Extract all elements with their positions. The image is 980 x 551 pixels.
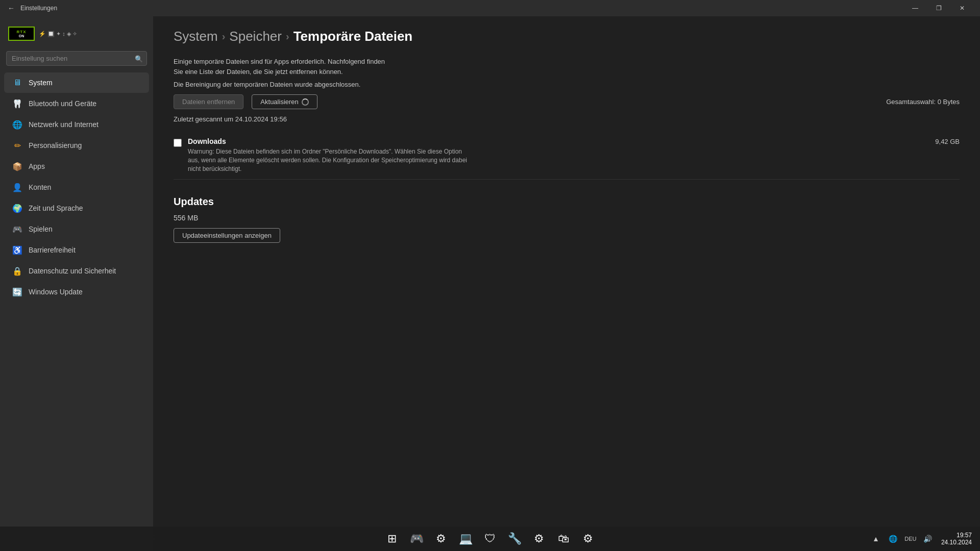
update-size: 556 MB: [174, 214, 960, 222]
search-icon[interactable]: 🔍: [135, 55, 143, 62]
nav-icon-network: 🌐: [12, 119, 22, 130]
sidebar-item-accounts[interactable]: 👤 Konten: [4, 177, 149, 197]
breadcrumb-storage[interactable]: Speicher: [229, 29, 282, 44]
breadcrumb-sep-1: ›: [222, 31, 226, 42]
total-selection: Gesamtauswahl: 0 Bytes: [886, 98, 960, 106]
sidebar-item-time[interactable]: 🌍 Zeit und Sprache: [4, 198, 149, 218]
file-name-0: Downloads: [188, 137, 226, 145]
nav-icon-bluetooth: 🦷: [12, 98, 22, 109]
system-tray: ▲ 🌐 DEU 🔊 19:57 24.10.2024: [868, 528, 976, 550]
refresh-spinner-icon: [302, 98, 309, 106]
sidebar-item-bluetooth[interactable]: 🦷 Bluetooth und Geräte: [4, 93, 149, 114]
breadcrumb: System › Speicher › Temporäre Dateien: [174, 29, 960, 44]
taskbar-icon-xbox[interactable]: 🎮: [405, 528, 428, 550]
nav-items-container: 🖥 System 🦷 Bluetooth und Geräte 🌐 Netzwe…: [0, 72, 153, 303]
nav-label-time: Zeit und Sprache: [29, 204, 83, 212]
nav-icon-accessibility: ♿: [12, 245, 22, 255]
nav-icon-time: 🌍: [12, 203, 22, 213]
description: Einige temporäre Dateien sind für Apps e…: [174, 57, 480, 77]
app-container: RTX ON ⚡ 🔲 ✦ ↕ ◈ ✧ 🔍 🖥 System 🦷 Bluetoot…: [0, 16, 980, 551]
nav-label-winupdate: Windows Update: [29, 288, 83, 296]
file-info-0: Downloads 9,42 GB Warnung: Diese Dateien…: [188, 137, 960, 173]
updates-section-title: Updates: [174, 196, 960, 208]
taskbar-center: ⊞🎮⚙💻🛡🔧⚙🛍⚙: [381, 528, 599, 550]
sidebar-item-accessibility[interactable]: ♿ Barrierefreiheit: [4, 240, 149, 260]
rtx-label: ⚡ 🔲 ✦ ↕ ◈ ✧: [39, 31, 77, 37]
breadcrumb-system[interactable]: System: [174, 29, 218, 44]
file-size-0: 9,42 GB: [935, 138, 960, 145]
file-checkbox-0[interactable]: [174, 139, 182, 147]
close-button[interactable]: ✕: [950, 0, 974, 16]
file-description-0: Warnung: Diese Dateien befinden sich im …: [188, 147, 474, 173]
main-content: System › Speicher › Temporäre Dateien Ei…: [153, 16, 980, 551]
taskbar: ⊞🎮⚙💻🛡🔧⚙🛍⚙ ▲ 🌐 DEU 🔊 19:57 24.10.2024: [0, 527, 980, 551]
taskbar-icon-start[interactable]: ⊞: [381, 528, 403, 550]
breadcrumb-sep-2: ›: [286, 31, 289, 42]
last-scanned: Zuletzt gescannt um 24.10.2024 19:56: [174, 115, 960, 123]
sidebar-item-personalization[interactable]: ✏ Personalisierung: [4, 135, 149, 156]
window-title: Einstellungen: [20, 5, 903, 12]
tray-expand-icon[interactable]: ▲: [868, 528, 884, 550]
nav-label-apps: Apps: [29, 162, 45, 170]
refresh-button[interactable]: Aktualisieren: [252, 94, 317, 109]
clock-date: 24.10.2024: [941, 539, 972, 546]
search-input[interactable]: [6, 51, 147, 66]
nav-label-gaming: Spielen: [29, 225, 53, 233]
sidebar-item-system[interactable]: 🖥 System: [4, 72, 149, 93]
nav-label-accessibility: Barrierefreiheit: [29, 246, 76, 254]
action-row: Dateien entfernen Aktualisieren Gesamtau…: [174, 94, 960, 109]
description-line2: Sie eine Liste der Dateien, die Sie jetz…: [174, 68, 343, 76]
file-name-row-0: Downloads 9,42 GB: [188, 137, 960, 145]
taskbar-icon-store[interactable]: 🛍: [552, 528, 575, 550]
sidebar-item-winupdate[interactable]: 🔄 Windows Update: [4, 282, 149, 302]
restore-button[interactable]: ❐: [927, 0, 950, 16]
file-entries: Downloads 9,42 GB Warnung: Diese Dateien…: [174, 131, 960, 180]
nav-icon-privacy: 🔒: [12, 266, 22, 276]
taskbar-icon-tools2[interactable]: ⚙: [528, 528, 550, 550]
nav-icon-apps: 📦: [12, 161, 22, 171]
nav-icon-winupdate: 🔄: [12, 287, 22, 297]
nav-icon-personalization: ✏: [12, 140, 22, 151]
search-box: 🔍: [6, 51, 147, 66]
clock[interactable]: 19:57 24.10.2024: [937, 532, 976, 546]
breadcrumb-temp: Temporäre Dateien: [293, 29, 413, 44]
taskbar-icon-settings[interactable]: ⚙: [430, 528, 452, 550]
back-button[interactable]: ←: [6, 3, 16, 13]
taskbar-icon-security[interactable]: 🛡: [479, 528, 501, 550]
description-line1: Einige temporäre Dateien sind für Apps e…: [174, 58, 385, 65]
nav-label-personalization: Personalisierung: [29, 141, 82, 149]
nav-label-accounts: Konten: [29, 183, 51, 191]
file-entry: Downloads 9,42 GB Warnung: Diese Dateien…: [174, 131, 960, 180]
nav-label-network: Netzwerk und Internet: [29, 120, 99, 129]
nav-label-privacy: Datenschutz und Sicherheit: [29, 267, 116, 275]
nav-label-bluetooth: Bluetooth und Geräte: [29, 99, 96, 108]
status-text: Die Bereinigung der temporären Dateien w…: [174, 81, 960, 88]
window-controls: — ❐ ✕: [903, 0, 974, 16]
tray-lang-icon[interactable]: DEU: [902, 528, 919, 550]
nav-icon-gaming: 🎮: [12, 224, 22, 234]
clock-time: 19:57: [957, 532, 972, 539]
remove-files-button[interactable]: Dateien entfernen: [174, 94, 243, 109]
sidebar-item-apps[interactable]: 📦 Apps: [4, 156, 149, 177]
sidebar-item-network[interactable]: 🌐 Netzwerk und Internet: [4, 114, 149, 135]
nav-icon-accounts: 👤: [12, 182, 22, 192]
minimize-button[interactable]: —: [903, 0, 927, 16]
taskbar-icon-settings3[interactable]: ⚙: [577, 528, 599, 550]
nav-label-system: System: [29, 79, 53, 87]
sidebar-item-gaming[interactable]: 🎮 Spielen: [4, 219, 149, 239]
title-bar: ← Einstellungen — ❐ ✕: [0, 0, 980, 16]
tray-network-icon[interactable]: 🌐: [885, 528, 901, 550]
taskbar-icon-devices[interactable]: 💻: [454, 528, 477, 550]
refresh-label: Aktualisieren: [260, 98, 298, 106]
rtx-logo: RTX ON: [8, 27, 35, 41]
sidebar: RTX ON ⚡ 🔲 ✦ ↕ ◈ ✧ 🔍 🖥 System 🦷 Bluetoot…: [0, 16, 153, 551]
sidebar-logo: RTX ON ⚡ 🔲 ✦ ↕ ◈ ✧: [0, 22, 153, 49]
tray-volume-icon[interactable]: 🔊: [920, 528, 936, 550]
taskbar-icon-tools[interactable]: 🔧: [503, 528, 526, 550]
update-settings-button[interactable]: Updateeinstellungen anzeigen: [174, 228, 280, 243]
sidebar-item-privacy[interactable]: 🔒 Datenschutz und Sicherheit: [4, 261, 149, 281]
nav-icon-system: 🖥: [12, 78, 22, 88]
